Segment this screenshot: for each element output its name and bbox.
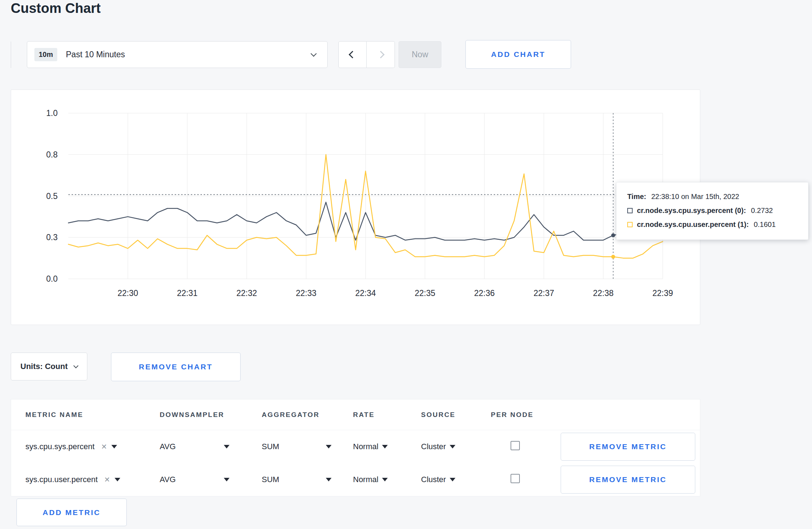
svg-text:0.0: 0.0 — [46, 274, 58, 283]
aggregator-select[interactable]: SUM — [262, 442, 335, 451]
svg-text:22:30: 22:30 — [117, 288, 138, 298]
add-chart-button[interactable]: ADD CHART — [465, 40, 571, 69]
metrics-table-header: METRIC NAME DOWNSAMPLER AGGREGATOR RATE … — [11, 399, 700, 430]
tooltip-series-sys-label: cr.node.sys.cpu.sys.percent (0): — [637, 207, 746, 215]
page-title: Custom Chart — [11, 1, 101, 16]
aggregator-value: SUM — [262, 475, 279, 484]
caret-down-icon — [326, 445, 332, 448]
svg-text:22:37: 22:37 — [533, 288, 554, 298]
col-downsampler: DOWNSAMPLER — [160, 411, 262, 419]
clear-icon[interactable]: ✕ — [104, 475, 110, 484]
metric-name-select[interactable]: sys.cpu.sys.percent ✕ — [25, 442, 160, 451]
svg-text:22:36: 22:36 — [474, 288, 495, 298]
source-value: Cluster — [421, 475, 446, 484]
caret-down-icon — [450, 445, 455, 448]
caret-down-icon — [382, 478, 388, 481]
caret-down-icon — [111, 445, 117, 448]
rate-select[interactable]: Normal — [353, 442, 421, 451]
metrics-line-chart[interactable]: 0.00.30.50.81.022:3022:3122:3222:3322:34… — [11, 90, 700, 325]
per-node-checkbox[interactable] — [511, 474, 520, 483]
time-range-badge: 10m — [34, 48, 57, 61]
svg-text:22:35: 22:35 — [415, 288, 435, 298]
svg-text:22:39: 22:39 — [652, 288, 673, 298]
tooltip-series-user-value: 0.1601 — [754, 220, 775, 229]
per-node-cell — [491, 474, 561, 485]
toolbar-left-divider — [11, 42, 11, 68]
remove-chart-button[interactable]: REMOVE CHART — [111, 353, 241, 381]
caret-down-icon — [382, 445, 388, 448]
tooltip-series-row: cr.node.sys.cpu.sys.percent (0): 0.2732 — [627, 207, 797, 215]
metric-name-value: sys.cpu.user.percent — [25, 475, 98, 484]
svg-text:22:31: 22:31 — [177, 288, 198, 298]
metric-name-value: sys.cpu.sys.percent — [25, 442, 95, 451]
tooltip-time-row: Time:22:38:10 on Mar 15th, 2022 — [627, 193, 797, 201]
series-user-swatch-icon — [627, 222, 633, 227]
caret-down-icon — [450, 478, 455, 481]
clear-icon[interactable]: ✕ — [101, 442, 107, 451]
svg-text:22:32: 22:32 — [236, 288, 257, 298]
downsampler-value: AVG — [160, 442, 176, 451]
next-range-button[interactable] — [367, 41, 395, 68]
metrics-table: METRIC NAME DOWNSAMPLER AGGREGATOR RATE … — [11, 399, 700, 496]
rate-select[interactable]: Normal — [353, 475, 421, 484]
aggregator-value: SUM — [262, 442, 279, 451]
svg-text:22:33: 22:33 — [296, 288, 316, 298]
downsampler-select[interactable]: AVG — [160, 442, 233, 451]
metric-row: sys.cpu.user.percent ✕ AVG SUM Normal Cl… — [11, 463, 700, 496]
chart-tooltip: Time:22:38:10 on Mar 15th, 2022 cr.node.… — [616, 182, 808, 240]
svg-text:1.0: 1.0 — [46, 108, 58, 118]
svg-text:22:38: 22:38 — [593, 288, 614, 298]
source-select[interactable]: Cluster — [421, 475, 491, 484]
svg-text:22:34: 22:34 — [355, 288, 376, 298]
aggregator-select[interactable]: SUM — [262, 475, 335, 484]
chevron-left-icon — [349, 51, 356, 58]
caret-down-icon — [115, 478, 120, 481]
time-range-select[interactable]: 10m Past 10 Minutes — [27, 41, 328, 68]
tooltip-time-value: 22:38:10 on Mar 15th, 2022 — [651, 193, 739, 200]
svg-text:0.8: 0.8 — [46, 150, 58, 159]
units-select[interactable]: Units: Count — [11, 353, 87, 380]
chevron-down-icon — [311, 50, 317, 57]
now-button[interactable]: Now — [398, 41, 441, 68]
col-per-node: PER NODE — [491, 411, 561, 419]
svg-text:0.3: 0.3 — [46, 233, 58, 242]
downsampler-select[interactable]: AVG — [160, 475, 233, 484]
caret-down-icon — [224, 478, 229, 481]
rate-value: Normal — [353, 475, 378, 484]
downsampler-value: AVG — [160, 475, 176, 484]
add-metric-button[interactable]: ADD METRIC — [16, 499, 127, 526]
tooltip-series-sys-value: 0.2732 — [751, 207, 773, 215]
caret-down-icon — [326, 478, 332, 481]
series-sys-swatch-icon — [627, 208, 633, 213]
tooltip-series-user-label: cr.node.sys.cpu.user.percent (1): — [637, 220, 749, 229]
per-node-checkbox[interactable] — [511, 441, 520, 450]
per-node-cell — [491, 441, 561, 452]
col-metric-name: METRIC NAME — [25, 411, 160, 419]
units-label: Units: Count — [20, 362, 68, 371]
source-value: Cluster — [421, 442, 446, 451]
col-aggregator: AGGREGATOR — [262, 411, 353, 419]
col-source: SOURCE — [421, 411, 491, 419]
remove-metric-button[interactable]: REMOVE METRIC — [561, 466, 695, 494]
tooltip-series-row: cr.node.sys.cpu.user.percent (1): 0.1601 — [627, 220, 797, 229]
tooltip-time-label: Time: — [627, 193, 646, 200]
caret-down-icon — [224, 445, 229, 448]
rate-value: Normal — [353, 442, 378, 451]
source-select[interactable]: Cluster — [421, 442, 491, 451]
col-rate: RATE — [353, 411, 421, 419]
chevron-right-icon — [377, 51, 384, 58]
time-range-label: Past 10 Minutes — [66, 50, 125, 59]
remove-metric-button[interactable]: REMOVE METRIC — [561, 433, 695, 461]
svg-text:0.5: 0.5 — [46, 191, 58, 201]
metric-name-select[interactable]: sys.cpu.user.percent ✕ — [25, 475, 160, 484]
chart-card: 0.00.30.50.81.022:3022:3122:3222:3322:34… — [11, 89, 700, 325]
prev-range-button[interactable] — [338, 41, 367, 68]
chevron-down-icon — [73, 363, 78, 368]
metric-row: sys.cpu.sys.percent ✕ AVG SUM Normal Clu… — [11, 430, 700, 463]
time-pager — [338, 41, 395, 68]
